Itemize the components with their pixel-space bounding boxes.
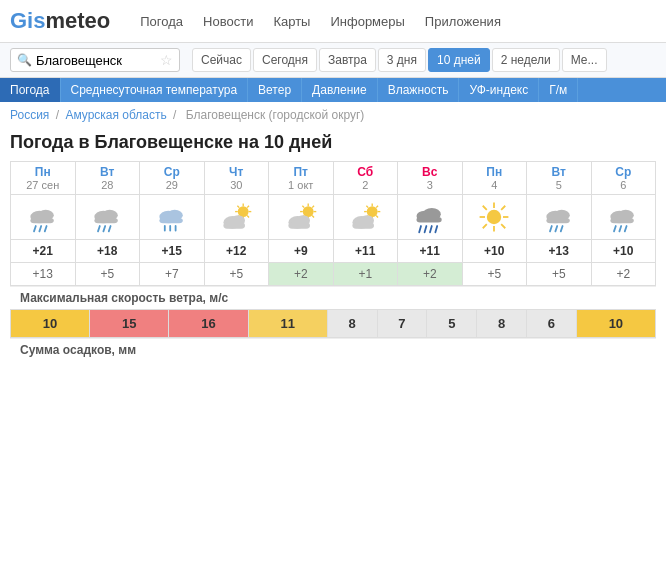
- search-icon: 🔍: [17, 53, 32, 67]
- main-content: Пн 27 сен Вт 28 Ср 29 Чт 30 Пт 1 окт Сб …: [0, 161, 666, 361]
- data-tab-4[interactable]: Влажность: [378, 78, 460, 102]
- favorite-icon[interactable]: ☆: [160, 52, 173, 68]
- temp-high-5: +11: [333, 240, 398, 263]
- nav-item-4[interactable]: Приложения: [425, 14, 501, 29]
- data-tab-0[interactable]: Погода: [0, 78, 61, 102]
- day-name-5: Сб: [336, 165, 396, 179]
- data-tab-2[interactable]: Ветер: [248, 78, 302, 102]
- wind-cell-0: 10: [11, 310, 90, 338]
- temp-high-9: +10: [591, 240, 656, 263]
- period-tab-2[interactable]: Завтра: [319, 48, 376, 72]
- day-cell-7: Пн 4: [462, 162, 527, 195]
- svg-line-69: [483, 224, 487, 228]
- temp-low-6: +2: [398, 263, 463, 286]
- icon-cell-7: [462, 195, 527, 240]
- day-name-9: Ср: [594, 165, 654, 179]
- day-cell-0: Пн 27 сен: [11, 162, 76, 195]
- nav-item-2[interactable]: Карты: [273, 14, 310, 29]
- svg-line-59: [430, 226, 432, 232]
- period-tab-3[interactable]: 3 дня: [378, 48, 426, 72]
- wind-cell-9: 10: [576, 310, 655, 338]
- day-name-4: Пт: [271, 165, 331, 179]
- svg-line-74: [555, 226, 557, 231]
- icon-cell-2: [140, 195, 205, 240]
- nav-item-3[interactable]: Информеры: [330, 14, 404, 29]
- temp-low-3: +5: [204, 263, 269, 286]
- svg-rect-41: [288, 222, 310, 228]
- day-date-8: 5: [529, 179, 589, 191]
- weather-icon-3: [218, 199, 254, 235]
- temp-high-4: +9: [269, 240, 334, 263]
- day-name-7: Пн: [465, 165, 525, 179]
- weather-icon-9: [605, 199, 641, 235]
- breadcrumb-russia[interactable]: Россия: [10, 108, 49, 122]
- weather-icon-8: [541, 199, 577, 235]
- day-date-3: 30: [207, 179, 267, 191]
- icon-cell-4: [269, 195, 334, 240]
- svg-line-35: [302, 206, 304, 208]
- logo[interactable]: Gismeteo: [10, 8, 110, 34]
- day-name-8: Вт: [529, 165, 589, 179]
- icon-cell-6: [398, 195, 463, 240]
- icon-cell-1: [75, 195, 140, 240]
- temp-high-2: +15: [140, 240, 205, 263]
- temp-high-7: +10: [462, 240, 527, 263]
- temp-low-5: +1: [333, 263, 398, 286]
- icon-cell-3: [204, 195, 269, 240]
- svg-line-60: [435, 226, 437, 232]
- day-cell-6: Вс 3: [398, 162, 463, 195]
- weather-icon-7: [476, 199, 512, 235]
- temp-low-9: +2: [591, 263, 656, 286]
- svg-line-47: [367, 206, 369, 208]
- temp-high-3: +12: [204, 240, 269, 263]
- svg-line-5: [45, 226, 47, 231]
- svg-rect-56: [416, 217, 441, 222]
- search-bar: 🔍 ☆ Сейчас Сегодня Завтра 3 дня 10 дней …: [0, 43, 666, 78]
- svg-line-48: [376, 216, 378, 218]
- svg-line-67: [501, 224, 505, 228]
- day-cell-5: Сб 2: [333, 162, 398, 195]
- svg-point-61: [487, 210, 501, 224]
- day-date-5: 2: [336, 179, 396, 191]
- temp-low-4: +2: [269, 263, 334, 286]
- svg-line-58: [424, 226, 426, 232]
- day-date-0: 27 сен: [13, 179, 73, 191]
- svg-rect-72: [546, 218, 569, 223]
- period-tab-4[interactable]: 10 дней: [428, 48, 490, 72]
- temp-low-1: +5: [75, 263, 140, 286]
- wind-cell-6: 5: [427, 310, 477, 338]
- breadcrumb-sep-2: /: [173, 108, 180, 122]
- period-tab-0[interactable]: Сейчас: [192, 48, 251, 72]
- temp-high-6: +11: [398, 240, 463, 263]
- period-tab-6[interactable]: Ме...: [562, 48, 607, 72]
- day-cell-4: Пт 1 окт: [269, 162, 334, 195]
- logo-meteo: meteo: [45, 8, 110, 33]
- breadcrumb-amur[interactable]: Амурская область: [65, 108, 166, 122]
- nav-item-0[interactable]: Погода: [140, 14, 183, 29]
- svg-line-24: [247, 216, 249, 218]
- temp-high-0: +21: [11, 240, 76, 263]
- day-date-9: 6: [594, 179, 654, 191]
- wind-cell-1: 15: [90, 310, 169, 338]
- temp-high-1: +18: [75, 240, 140, 263]
- day-name-0: Пн: [13, 165, 73, 179]
- data-tab-3[interactable]: Давление: [302, 78, 378, 102]
- data-tab-1[interactable]: Среднесуточная температура: [61, 78, 249, 102]
- data-tab-6[interactable]: Г/м: [539, 78, 578, 102]
- svg-line-25: [247, 206, 249, 208]
- search-input[interactable]: [36, 53, 156, 68]
- nav-item-1[interactable]: Новости: [203, 14, 253, 29]
- svg-line-4: [39, 226, 41, 231]
- day-cell-9: Ср 6: [591, 162, 656, 195]
- svg-line-80: [620, 226, 622, 231]
- data-tab-5[interactable]: УФ-индекс: [459, 78, 539, 102]
- period-tab-5[interactable]: 2 недели: [492, 48, 560, 72]
- temp-high-8: +13: [527, 240, 592, 263]
- weather-icon-1: [89, 199, 125, 235]
- search-wrap[interactable]: 🔍 ☆: [10, 48, 180, 72]
- svg-line-49: [376, 206, 378, 208]
- svg-rect-29: [224, 222, 246, 228]
- period-tab-1[interactable]: Сегодня: [253, 48, 317, 72]
- wind-label: Максимальная скорость ветра, м/с: [10, 286, 656, 309]
- weather-icon-0: [25, 199, 61, 235]
